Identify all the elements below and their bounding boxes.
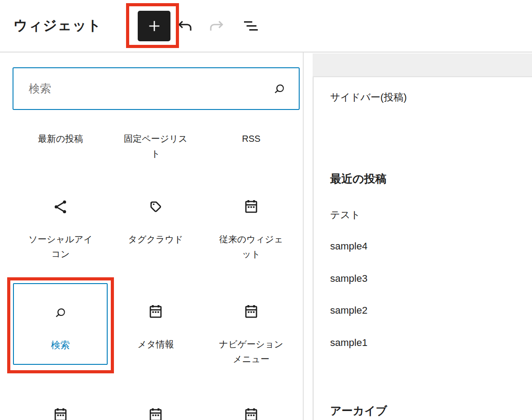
block-item-label: タグクラウド — [128, 232, 183, 247]
block-item-label: ソーシャルアイコン — [26, 232, 95, 262]
plus-icon — [147, 18, 162, 34]
tag-icon — [147, 198, 165, 216]
recent-posts-heading[interactable]: 最近の投稿 — [330, 171, 387, 186]
add-block-button[interactable] — [138, 11, 170, 41]
page-title: ウィジェット — [13, 16, 101, 35]
block-item-partial-2[interactable] — [108, 406, 203, 420]
block-item-label: 検索 — [51, 337, 70, 352]
post-link[interactable]: sample3 — [330, 273, 367, 284]
block-item-partial-3[interactable] — [204, 406, 299, 420]
block-search-box — [13, 67, 300, 110]
block-item-label: ナビゲーションメニュー — [217, 337, 285, 367]
block-item-tag-cloud[interactable]: タグクラウド — [108, 198, 203, 247]
widget-icon — [242, 303, 260, 321]
widget-icon — [147, 406, 165, 420]
search-icon — [272, 81, 287, 96]
redo-arrow-icon — [207, 18, 225, 34]
wordpress-widgets-editor: ウィジェット — [0, 0, 532, 420]
post-link[interactable]: sample4 — [330, 241, 367, 252]
undo-button[interactable] — [176, 18, 195, 35]
block-item-label: 従来のウィジェット — [217, 232, 285, 262]
post-link[interactable]: テスト — [330, 208, 361, 222]
block-item-page-list[interactable]: 固定ページリスト — [108, 131, 203, 161]
post-link[interactable]: sample1 — [330, 337, 367, 349]
block-item-social-icons[interactable]: ソーシャルアイコン — [13, 198, 108, 262]
block-item-legacy-widget[interactable]: 従来のウィジェット — [204, 198, 299, 262]
block-item-label: 最新の投稿 — [38, 131, 83, 146]
block-search-input[interactable] — [13, 68, 272, 109]
block-item-search[interactable]: 検索 — [13, 283, 108, 365]
archives-heading[interactable]: アーカイブ — [330, 403, 387, 418]
list-view-icon — [241, 17, 260, 35]
widget-area-card[interactable]: サイドバー(投稿) 最近の投稿 テスト sample4 sample3 samp… — [313, 77, 532, 420]
canvas-top-strip — [313, 53, 532, 77]
block-item-rss[interactable]: RSS — [204, 131, 299, 146]
search-icon — [53, 305, 68, 320]
widget-icon — [242, 198, 260, 216]
widget-area-title: サイドバー(投稿) — [330, 91, 407, 104]
undo-arrow-icon — [176, 18, 194, 34]
widget-icon — [147, 303, 165, 321]
redo-button[interactable] — [207, 18, 226, 35]
block-item-latest-posts[interactable]: 最新の投稿 — [13, 131, 108, 146]
block-item-navigation-menu[interactable]: ナビゲーションメニュー — [204, 303, 299, 367]
block-item-meta[interactable]: メタ情報 — [108, 303, 203, 352]
block-inserter-panel: 最新の投稿 固定ページリスト RSS ソーシャルアイコン タグクラウド — [0, 52, 304, 420]
post-link[interactable]: sample2 — [330, 305, 367, 316]
list-view-button[interactable] — [241, 18, 260, 35]
editor-canvas: サイドバー(投稿) 最近の投稿 テスト sample4 sample3 samp… — [305, 52, 532, 420]
widget-icon — [52, 406, 70, 420]
block-item-label: メタ情報 — [138, 337, 174, 352]
block-item-label: 固定ページリスト — [122, 131, 190, 161]
block-item-label: RSS — [242, 131, 260, 146]
editor-topbar: ウィジェット — [0, 0, 532, 52]
share-icon — [52, 198, 70, 216]
block-item-partial-1[interactable] — [13, 406, 108, 420]
widget-icon — [242, 406, 260, 420]
